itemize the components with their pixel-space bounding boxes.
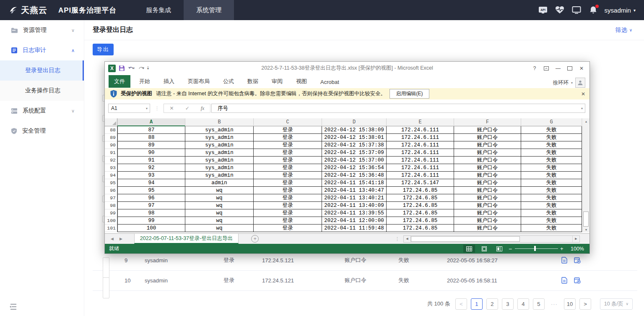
column-header-B[interactable]: B — [185, 118, 254, 126]
cell[interactable]: sys_admin — [185, 164, 254, 172]
row-header[interactable]: 90 — [105, 141, 117, 149]
health-monitor-icon[interactable] — [555, 5, 564, 15]
nav-item[interactable]: 系统管理 — [184, 0, 234, 20]
cell[interactable]: 172.24.6.111 — [387, 149, 454, 157]
row-header[interactable]: 96 — [105, 187, 117, 194]
page-button-3[interactable]: 3 — [502, 298, 514, 310]
cell[interactable]: 登录 — [254, 179, 322, 187]
cell[interactable]: 92 — [117, 164, 185, 172]
cell[interactable]: 登录 — [254, 157, 322, 164]
cell[interactable]: 账户口令 — [454, 179, 521, 187]
cell[interactable]: 失败 — [521, 217, 582, 225]
cell[interactable]: 172.24.6.85 — [387, 187, 454, 194]
redo-button[interactable]: ▾ — [138, 65, 144, 71]
nav-item[interactable]: 服务集成 — [133, 0, 184, 20]
column-header-C[interactable]: C — [254, 118, 322, 126]
undo-button[interactable]: ▾ — [128, 65, 135, 71]
zoom-slider-handle[interactable] — [534, 246, 536, 251]
cell[interactable]: 账户口令 — [454, 225, 521, 232]
cell[interactable]: 失败 — [521, 202, 582, 209]
excel-logo-icon[interactable]: X — [108, 65, 116, 72]
row-header[interactable]: 91 — [105, 149, 117, 157]
cell[interactable]: 登录 — [254, 141, 322, 149]
cell[interactable]: 账户口令 — [454, 187, 521, 194]
pagination-ellipsis[interactable]: ··· — [548, 301, 560, 307]
cell[interactable]: 登录 — [254, 209, 322, 217]
cell[interactable]: 2022-04-12 15:37:09 — [322, 149, 387, 157]
cell[interactable]: 失败 — [521, 149, 582, 157]
cell[interactable]: 登录 — [254, 172, 322, 179]
cell[interactable]: 93 — [117, 172, 185, 179]
cell[interactable]: 登录 — [254, 134, 322, 141]
cancel-icon[interactable]: ✕ — [170, 105, 174, 111]
cell[interactable]: 账户口令 — [454, 209, 521, 217]
scroll-up-arrow[interactable]: ▲ — [583, 118, 589, 124]
cell[interactable]: wq — [185, 209, 254, 217]
cell[interactable]: 172.24.6.111 — [387, 126, 454, 134]
cell[interactable]: sys_admin — [185, 157, 254, 164]
formula-input[interactable]: 序号 ▾ — [211, 104, 585, 113]
cell[interactable]: 账户口令 — [454, 134, 521, 141]
cell[interactable]: 登录 — [254, 225, 322, 232]
cell[interactable]: sys_admin — [185, 141, 254, 149]
row-checkbox[interactable] — [103, 277, 109, 298]
sidebar-item-resource-mgmt[interactable]: 资源管理 ∨ — [0, 20, 84, 40]
enable-editing-button[interactable]: 启用编辑(E) — [390, 89, 429, 99]
cell[interactable]: 账户口令 — [454, 217, 521, 225]
insert-function-icon[interactable]: fx — [201, 105, 205, 112]
help-button[interactable]: ? — [529, 64, 540, 73]
cell[interactable]: wq — [185, 194, 254, 202]
ribbon-tab[interactable]: 开始 — [135, 75, 155, 88]
cell[interactable]: 失败 — [521, 187, 582, 194]
page-size-select[interactable]: 10 条/页∨ — [600, 298, 633, 310]
cell[interactable]: 87 — [117, 126, 185, 134]
cell[interactable]: 账户口令 — [454, 126, 521, 134]
cell[interactable]: 账户口令 — [454, 149, 521, 157]
row-header[interactable]: 94 — [105, 172, 117, 179]
scroll-down-arrow[interactable]: ▼ — [583, 227, 589, 232]
cell[interactable]: 失败 — [521, 157, 582, 164]
cell[interactable]: 账户口令 — [454, 157, 521, 164]
cell[interactable]: 99 — [117, 217, 185, 225]
sidebar-item-login-logout-log[interactable]: 登录登出日志 — [0, 60, 84, 81]
cell[interactable]: 失败 — [521, 179, 582, 187]
chevron-down-icon[interactable]: ▾ — [146, 107, 148, 110]
cell[interactable]: 账户口令 — [454, 202, 521, 209]
horizontal-scroll-thumb[interactable] — [411, 236, 520, 242]
column-header-A[interactable]: A — [117, 118, 185, 126]
cell[interactable]: 2022-04-12 15:38:09 — [322, 126, 387, 134]
row-header[interactable]: 98 — [105, 202, 117, 209]
cell[interactable]: wq — [185, 225, 254, 232]
cell[interactable]: 96 — [117, 194, 185, 202]
cell[interactable]: 2022-04-11 15:41:18 — [322, 179, 387, 187]
api-console-icon[interactable]: API — [538, 5, 548, 15]
ribbon-tab[interactable]: 审阅 — [267, 75, 287, 88]
cell[interactable]: 2022-04-11 12:00:00 — [322, 217, 387, 225]
vertical-scrollbar[interactable]: ▲ ▼ — [582, 118, 589, 232]
row-header[interactable]: 92 — [105, 157, 117, 164]
ribbon-tab[interactable]: 文件 — [109, 75, 130, 88]
sidebar-collapse-icon[interactable] — [9, 303, 18, 310]
ribbon-tab[interactable]: Acrobat — [316, 76, 344, 88]
zoom-in-button[interactable]: + — [560, 245, 564, 252]
warning-close-icon[interactable]: ✕ — [581, 91, 585, 97]
cell[interactable]: 2022-04-12 15:38:01 — [322, 134, 387, 141]
cell[interactable]: 失败 — [521, 209, 582, 217]
chevron-down-icon[interactable]: ▾ — [581, 107, 583, 110]
zoom-out-button[interactable]: − — [509, 245, 512, 252]
add-sheet-icon[interactable]: + — [251, 235, 259, 243]
cell[interactable]: 172.24.6.85 — [387, 225, 454, 232]
cell[interactable]: 172.24.6.111 — [387, 141, 454, 149]
row-header[interactable]: 97 — [105, 194, 117, 202]
cell[interactable]: 2022-04-12 15:36:48 — [322, 172, 387, 179]
page-break-view-button[interactable] — [493, 245, 505, 253]
column-header-E[interactable]: E — [387, 118, 454, 126]
cell[interactable]: 172.24.6.85 — [387, 194, 454, 202]
enter-icon[interactable]: ✓ — [185, 105, 190, 111]
cell[interactable]: 89 — [117, 141, 185, 149]
cell[interactable]: 2022-04-11 13:40:47 — [322, 187, 387, 194]
cell[interactable]: 2022-04-12 15:36:54 — [322, 164, 387, 172]
ribbon-tab[interactable]: 页面布局 — [183, 75, 214, 88]
cell[interactable]: 登录 — [254, 149, 322, 157]
cell[interactable]: 172.24.6.111 — [387, 172, 454, 179]
